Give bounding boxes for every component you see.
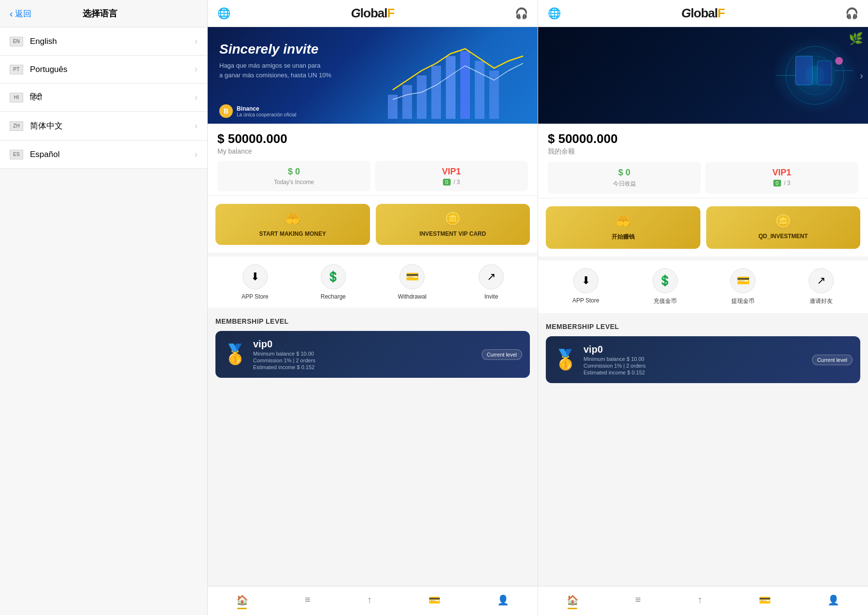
start-money-label: START MAKING MONEY xyxy=(259,230,326,237)
svg-rect-2 xyxy=(417,75,427,119)
nav-menu-english[interactable]: ≡ xyxy=(299,592,316,611)
app-logo-english: GlobalF xyxy=(351,6,395,21)
nav-home-english[interactable]: 🏠 xyxy=(230,592,254,611)
nav-home-chinese[interactable]: 🏠 xyxy=(561,592,584,611)
start-making-money-button-cn[interactable]: 🤲 开始赚钱 xyxy=(546,206,700,249)
invite-icon: ↗ xyxy=(479,264,504,289)
current-level-badge-chinese: Current level xyxy=(812,355,853,365)
app-topbar-english: 🌐 GlobalF 🎧 xyxy=(208,0,538,27)
language-name-portuguese: Português xyxy=(30,65,195,74)
income-value-chinese: $ 0 xyxy=(555,168,693,178)
withdrawal-label-cn: 提现金币 xyxy=(731,297,754,305)
svg-rect-3 xyxy=(431,66,441,119)
language-item-hindi[interactable]: HI हिंदी › xyxy=(0,84,207,112)
recharge-icon: 💲 xyxy=(321,264,346,289)
recharge-button-cn[interactable]: 💲 充值金币 xyxy=(653,268,678,305)
chevron-right-icon: › xyxy=(195,36,198,46)
withdrawal-button-cn[interactable]: 💳 提现金币 xyxy=(730,268,755,305)
membership-section-english: MEMBERSHIP LEVEL 🥇 vip0 Minimum balance … xyxy=(208,310,538,386)
vip-total-english: / 3 xyxy=(454,179,460,186)
income-card-chinese: $ 0 今日收益 xyxy=(548,162,701,194)
nav-profile-english[interactable]: 👤 xyxy=(491,592,515,611)
app-logo-chinese: GlobalF xyxy=(682,6,725,21)
language-item-portuguese[interactable]: PT Português › xyxy=(0,56,207,84)
balance-section-english: $ 50000.000 My balance $ 0 Today's Incom… xyxy=(208,124,538,195)
membership-card-english: 🥇 vip0 Minimum balance $ 10.00 Commissio… xyxy=(215,331,530,378)
binance-name: Binance xyxy=(237,105,296,112)
vip-label-english: VIP1 xyxy=(383,167,520,177)
language-item-spanish[interactable]: ES Español › xyxy=(0,141,207,169)
membership-card-chinese: 🥇 vip0 Minimum balance $ 10.00 Commissio… xyxy=(546,336,860,383)
membership-section-chinese: MEMBERSHIP LEVEL 🥇 vip0 Minimum balance … xyxy=(538,315,868,391)
language-item-chinese[interactable]: ZH 简体中文 › xyxy=(0,112,207,141)
balance-cards-chinese: $ 0 今日收益 VIP1 0 / 3 xyxy=(548,162,858,194)
leaf-icon: 🌿 xyxy=(849,32,863,45)
bottom-nav-chinese: 🏠 ≡ ↑ 💳 👤 xyxy=(538,586,868,615)
language-title: 选择语言 xyxy=(31,8,198,19)
nav-card-chinese[interactable]: 💳 xyxy=(753,592,777,611)
chevron-right-icon: › xyxy=(195,64,198,74)
app-store-label: APP Store xyxy=(242,293,269,300)
flag-icon-portuguese: PT xyxy=(10,65,23,74)
main-area: 🌐 GlobalF 🎧 Sincerely invite Haga que má… xyxy=(208,0,868,615)
balance-amount-chinese: $ 50000.000 xyxy=(548,131,858,146)
language-item-english[interactable]: EN English › xyxy=(0,28,207,56)
vip-card-icon: 🪙 xyxy=(445,212,460,227)
current-level-badge-english: Current level xyxy=(482,349,522,360)
membership-title-english: MEMBERSHIP LEVEL xyxy=(215,317,530,325)
recharge-icon-cn: 💲 xyxy=(653,268,678,293)
balance-amount-english: $ 50000.000 xyxy=(217,131,528,146)
bottom-nav-english: 🏠 ≡ ↑ 💳 👤 xyxy=(208,586,538,615)
income-label-english: Today's Income xyxy=(225,179,363,186)
app-panel-chinese: 🌐 GlobalF 🎧 xyxy=(538,0,868,615)
qd-investment-button[interactable]: 🪙 QD_INVESTMENT xyxy=(706,206,861,249)
invite-button[interactable]: ↗ Invite xyxy=(479,264,504,300)
vip-badge-row-english: 0 / 3 xyxy=(383,179,520,186)
estimated-income-english: Estimated income $ 0.152 xyxy=(253,364,476,370)
tech-background xyxy=(538,27,868,124)
svg-rect-1 xyxy=(402,85,412,119)
app-store-button-cn[interactable]: ⬇ APP Store xyxy=(572,268,599,305)
nav-profile-chinese[interactable]: 👤 xyxy=(822,592,845,611)
language-name-spanish: Español xyxy=(30,150,195,159)
qd-investment-label: QD_INVESTMENT xyxy=(758,233,808,240)
vip-count-badge-english: 0 xyxy=(443,179,451,186)
medal-icon-english: 🥇 xyxy=(223,343,247,366)
start-making-money-button[interactable]: 🤲 START MAKING MONEY xyxy=(215,204,370,245)
headset-icon-cn[interactable]: 🎧 xyxy=(845,7,858,20)
action-buttons-english: 🤲 START MAKING MONEY 🪙 INVESTMENT VIP CA… xyxy=(208,196,538,253)
back-button[interactable]: ‹ 返回 xyxy=(10,8,31,19)
globe-icon[interactable]: 🌐 xyxy=(217,7,230,20)
medal-icon-chinese: 🥇 xyxy=(554,348,578,371)
money-icon: 🤲 xyxy=(285,212,300,227)
withdrawal-button[interactable]: 💳 Withdrawal xyxy=(398,264,427,300)
recharge-button[interactable]: 💲 Recharge xyxy=(321,264,346,300)
nav-card-english[interactable]: 💳 xyxy=(423,592,446,611)
banner-next-icon[interactable]: › xyxy=(860,70,863,81)
language-header: ‹ 返回 选择语言 xyxy=(0,0,207,28)
chevron-right-icon: › xyxy=(195,149,198,159)
headset-icon[interactable]: 🎧 xyxy=(515,7,528,20)
recharge-label: Recharge xyxy=(321,293,346,300)
nav-trade-chinese[interactable]: ↑ xyxy=(692,592,708,611)
download-icon-cn: ⬇ xyxy=(573,268,598,293)
investment-vip-card-button[interactable]: 🪙 INVESTMENT VIP CARD xyxy=(376,204,530,245)
language-panel: ‹ 返回 选择语言 EN English › PT Português › HI… xyxy=(0,0,208,615)
balance-section-chinese: $ 50000.000 我的余额 $ 0 今日收益 VIP1 0 / 3 xyxy=(538,124,868,198)
nav-trade-english[interactable]: ↑ xyxy=(361,592,378,611)
back-label: 返回 xyxy=(15,8,31,19)
withdrawal-icon-cn: 💳 xyxy=(730,268,755,293)
banner-binance: B Binance La única cooperación oficial xyxy=(219,104,296,118)
flag-icon-english: EN xyxy=(10,37,23,46)
vip-card-chinese: VIP1 0 / 3 xyxy=(705,162,858,194)
estimated-income-chinese: Estimated income $ 0.152 xyxy=(583,370,806,375)
money-icon-cn: 🤲 xyxy=(615,214,631,229)
app-store-button[interactable]: ⬇ APP Store xyxy=(242,264,269,300)
investment-vip-label: INVESTMENT VIP CARD xyxy=(419,230,486,237)
action-buttons-chinese: 🤲 开始赚钱 🪙 QD_INVESTMENT xyxy=(538,199,868,257)
svg-rect-5 xyxy=(460,51,470,119)
globe-icon-cn[interactable]: 🌐 xyxy=(548,7,561,20)
banner-content: Sincerely invite Haga que más amigos se … xyxy=(219,42,331,80)
binance-logo: B xyxy=(219,104,233,118)
nav-menu-chinese[interactable]: ≡ xyxy=(629,592,647,611)
